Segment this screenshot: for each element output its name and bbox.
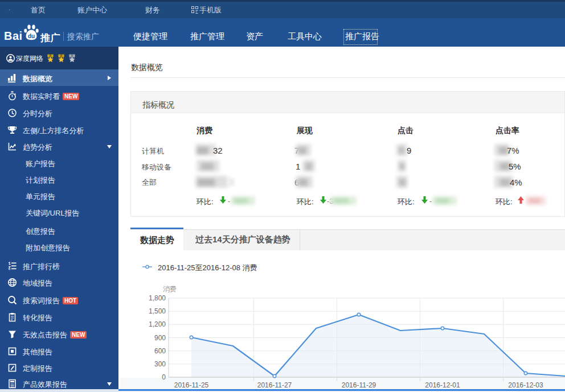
svg-text:300: 300: [154, 360, 166, 368]
svg-text:1,500: 1,500: [149, 307, 166, 315]
svg-text:1,200: 1,200: [149, 320, 166, 328]
svg-text:1,800: 1,800: [149, 294, 166, 302]
svg-text:0: 0: [162, 373, 166, 381]
svg-text:600: 600: [154, 347, 166, 355]
svg-text:2016-11-29: 2016-11-29: [342, 381, 376, 389]
svg-text:900: 900: [154, 334, 166, 342]
svg-text:du: du: [28, 33, 35, 39]
svg-text:2016-11-25: 2016-11-25: [174, 381, 209, 389]
svg-text:消费: 消费: [163, 285, 177, 293]
svg-text:2016-12-03: 2016-12-03: [508, 381, 543, 389]
svg-text:2016-12-01: 2016-12-01: [425, 381, 460, 389]
svg-text:2016-11-27: 2016-11-27: [257, 381, 292, 389]
